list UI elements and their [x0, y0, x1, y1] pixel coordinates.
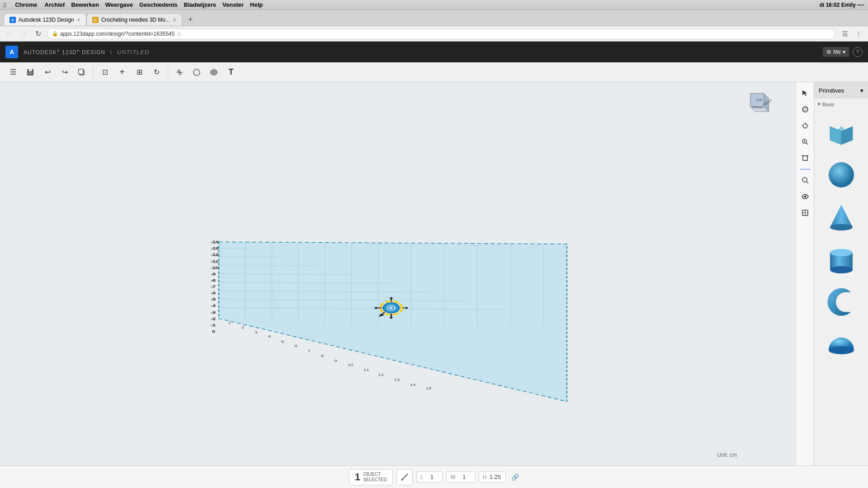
brand-name: AUTODESK® 123D® DESIGN — [24, 49, 105, 56]
view-cube[interactable]: TOP FRONT RIGHT — [741, 87, 773, 118]
h-dimension-field[interactable]: H 1.25 — [479, 471, 506, 483]
svg-marker-17 — [219, 242, 567, 401]
svg-point-110 — [830, 266, 853, 273]
forward-button[interactable]: → — [18, 28, 29, 39]
chrome-menu-label[interactable]: Chrome — [15, 1, 37, 8]
view-toggle-button[interactable]: ⊡ — [97, 65, 113, 80]
primitive-torus[interactable] — [819, 282, 864, 322]
svg-point-103 — [829, 162, 854, 188]
primitive-hemisphere[interactable] — [819, 324, 864, 365]
tab-autodesk-close[interactable]: × — [77, 16, 80, 23]
help-button[interactable]: ? — [853, 47, 863, 57]
document-title: UNTITLED — [117, 49, 150, 56]
primitive-sphere[interactable] — [819, 154, 864, 195]
header-right: ⚙ Me ▾ ? — [823, 47, 863, 57]
l-value[interactable]: 1 — [425, 474, 439, 480]
solid-button[interactable] — [206, 65, 222, 80]
svg-text:7: 7 — [308, 349, 311, 352]
link-dimensions-icon[interactable]: 🔗 — [511, 474, 519, 481]
tab-crocheting[interactable]: C Crocheting needles 3D Mo... × — [86, 13, 182, 26]
menu-bewerken[interactable]: Bewerken — [71, 1, 99, 8]
svg-line-21 — [219, 274, 567, 276]
right-panel: Primitives ▾ ▾ Basic — [814, 82, 868, 465]
add-button[interactable]: + — [114, 65, 130, 80]
svg-line-18 — [219, 248, 567, 250]
tab-autodesk[interactable]: A Autodesk 123D Design × — [4, 13, 86, 26]
material-display-tool[interactable] — [798, 206, 812, 220]
w-dimension-field[interactable]: W 1 — [446, 471, 475, 483]
svg-text:-7: -7 — [211, 285, 215, 288]
transform-button[interactable] — [172, 65, 187, 80]
refresh-button[interactable]: ↻ — [33, 28, 43, 39]
svg-marker-80 — [378, 314, 384, 317]
canvas-area[interactable]: TOP FRONT RIGHT — [0, 82, 796, 465]
zoom-region-tool[interactable] — [798, 173, 812, 188]
svg-text:FRONT: FRONT — [752, 106, 764, 109]
menu-button[interactable]: ☰ — [5, 65, 21, 80]
svg-text:15: 15 — [426, 386, 432, 390]
select-tool[interactable] — [798, 86, 812, 100]
material-button[interactable] — [189, 65, 204, 80]
tool-indicator[interactable] — [396, 469, 413, 485]
menu-bladwijzers[interactable]: Bladwijzers — [184, 1, 217, 8]
extensions-icon[interactable]: ☰ — [839, 28, 851, 40]
tab-crocheting-close[interactable]: × — [173, 16, 176, 23]
svg-line-23 — [219, 291, 567, 293]
save-button[interactable] — [23, 65, 38, 80]
me-button[interactable]: ⚙ Me ▾ — [823, 47, 849, 57]
canvas-svg: -14-13-12 -11-10-9 -8-7-6 -5-4-3 -2-10 1… — [0, 82, 796, 465]
svg-marker-76 — [374, 307, 377, 310]
undo-button[interactable]: ↩ — [40, 65, 55, 80]
h-value[interactable]: 1.25 — [488, 474, 502, 480]
menu-weergave[interactable]: Weergave — [105, 1, 133, 8]
apple-logo:  — [4, 1, 6, 9]
menu-help[interactable]: Help — [250, 1, 263, 8]
primitive-cone[interactable] — [819, 197, 864, 237]
panel-header[interactable]: Primitives ▾ — [814, 82, 868, 99]
bookmark-star-icon[interactable]: ☆ — [176, 30, 182, 38]
w-value[interactable]: 1 — [458, 474, 471, 480]
svg-text:-9: -9 — [211, 272, 216, 276]
redo-button[interactable]: ↪ — [57, 65, 72, 80]
pan-tool[interactable] — [798, 118, 812, 133]
svg-rect-2 — [28, 72, 33, 75]
title-separator: \ — [110, 49, 114, 56]
svg-rect-4 — [79, 69, 83, 74]
zoom-fit-tool[interactable] — [798, 151, 812, 165]
svg-text:-5: -5 — [211, 297, 216, 301]
primitive-box[interactable] — [819, 112, 864, 152]
chrome-right-icons: ☰ ⋮ — [839, 28, 864, 40]
toolbar-separator-1 — [93, 67, 94, 78]
l-dimension-field[interactable]: L 1 — [416, 471, 443, 483]
clock-user: di 16:02 Emily ---- — [820, 2, 864, 8]
zoom-tool[interactable] — [798, 135, 812, 149]
menu-archief[interactable]: Archief — [45, 1, 65, 8]
svg-text:-3: -3 — [211, 310, 216, 314]
svg-line-22 — [219, 282, 567, 285]
address-bar[interactable]: 🔒 apps.123dapp.com/design/?contentid=163… — [47, 28, 835, 39]
refresh-scene-button[interactable]: ↻ — [149, 65, 164, 80]
svg-text:12: 12 — [378, 373, 384, 376]
svg-line-25 — [219, 308, 567, 310]
svg-marker-74 — [389, 317, 393, 319]
svg-text:14: 14 — [410, 383, 416, 386]
svg-marker-37 — [219, 242, 567, 401]
svg-marker-72 — [389, 297, 393, 299]
svg-point-81 — [381, 301, 402, 314]
text-button[interactable]: T — [223, 65, 239, 80]
orbit-tool[interactable] — [798, 102, 812, 117]
menu-venster[interactable]: Venster — [222, 1, 244, 8]
svg-text:10: 10 — [348, 363, 354, 367]
menu-items: Archief Bewerken Weergave Geschiedenis B… — [45, 1, 263, 8]
view-tool[interactable] — [798, 189, 812, 204]
chrome-menu-icon[interactable]: ⋮ — [853, 28, 864, 40]
svg-text:1: 1 — [228, 321, 231, 324]
fit-button[interactable]: ⊞ — [132, 65, 147, 80]
svg-text:4: 4 — [268, 334, 271, 338]
new-tab-button[interactable]: + — [184, 13, 197, 26]
lock-icon: 🔒 — [52, 31, 58, 37]
copy-button[interactable] — [74, 65, 90, 80]
back-button[interactable]: ← — [4, 28, 14, 39]
primitive-cylinder[interactable] — [819, 239, 864, 280]
menu-geschiedenis[interactable]: Geschiedenis — [139, 1, 178, 8]
